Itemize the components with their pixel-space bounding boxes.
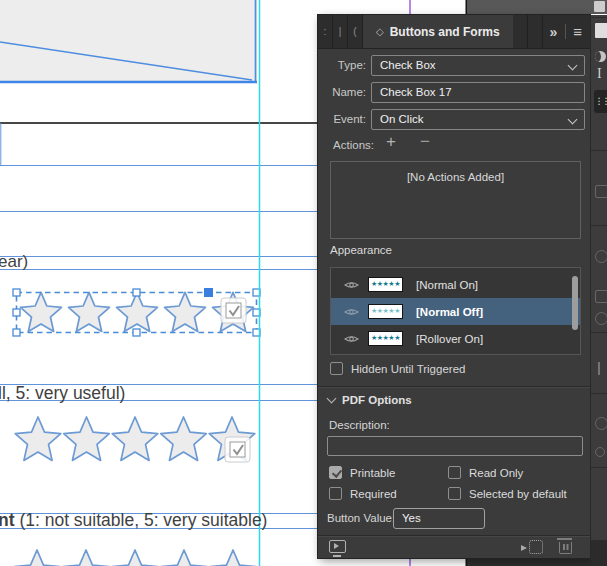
name-input-field[interactable] <box>380 83 576 102</box>
description-input[interactable] <box>327 436 583 456</box>
pdf-options-title: PDF Options <box>342 394 412 406</box>
appearance-row-label: [Rollover On] <box>416 333 483 345</box>
dock-divider <box>591 150 607 151</box>
name-input[interactable] <box>371 82 585 103</box>
panel-cycle-icon[interactable]: ◇ <box>376 26 384 37</box>
pasteboard-strip-top <box>467 0 607 14</box>
collapse-panels-icon[interactable]: » <box>543 15 563 48</box>
panel-bottom-bar <box>318 536 590 558</box>
star-rating-row-1[interactable] <box>20 292 253 331</box>
hidden-tab-fragment[interactable]: ( <box>348 15 363 48</box>
appearance-row-normal-off[interactable]: ★★★★★ [Normal Off] <box>331 298 580 325</box>
panel-menu-icon[interactable]: ≡ <box>568 15 590 48</box>
printable-label: Printable <box>350 467 395 479</box>
check-box-widget-row-2[interactable] <box>225 437 250 462</box>
dock-icon[interactable] <box>595 185 607 198</box>
required-label: Required <box>350 488 397 500</box>
appearance-thumbnail: ★★★★★ <box>368 331 403 346</box>
doc-text-q3-bold: nt <box>0 510 15 530</box>
panel-title: Buttons and Forms <box>390 25 500 39</box>
panel-dock-column: I ⋮⋮ <box>590 15 607 566</box>
pasteboard-strip-bottom <box>467 557 607 566</box>
dock-icon[interactable] <box>595 417 607 430</box>
doc-text-q1: ear) <box>0 252 28 272</box>
pdf-options-header[interactable]: PDF Options <box>328 394 412 406</box>
dock-icon[interactable] <box>595 447 605 457</box>
tabbar-divider <box>565 24 566 39</box>
dock-icon[interactable] <box>595 312 607 325</box>
doc-text-q3-rest: (1: not suitable, 5: very suitable) <box>15 510 268 530</box>
dock-divider <box>591 17 607 18</box>
read-only-label: Read Only <box>469 467 523 479</box>
type-value: Check Box <box>380 59 436 71</box>
hidden-until-triggered-label: Hidden Until Triggered <box>351 363 465 375</box>
button-value-input[interactable] <box>393 508 485 529</box>
appearance-thumbnail: ★★★★★ <box>368 277 403 292</box>
star-rating-row-2[interactable] <box>15 417 255 460</box>
gray-corner-shape <box>0 0 257 82</box>
hidden-tab-fragment[interactable] <box>513 15 528 48</box>
appearance-list: ★★★★★ [Normal On] ★★★★★ [Normal Off] ★★★… <box>330 267 581 355</box>
dock-divider <box>591 225 607 226</box>
appearance-row-rollover-on[interactable]: ★★★★★ [Rollover On] <box>331 325 580 352</box>
event-value: On Click <box>380 113 423 125</box>
appearance-row-label: [Normal Off] <box>416 306 483 318</box>
appearance-scrollbar[interactable] <box>572 276 578 330</box>
description-input-field[interactable] <box>328 437 594 455</box>
no-actions-text: [No Actions Added] <box>331 171 580 183</box>
convert-to-object-icon[interactable] <box>529 540 543 554</box>
doc-text-q3: nt (1: not suitable, 5: very suitable) <box>0 510 267 531</box>
selected-anchor-handle[interactable] <box>204 288 213 297</box>
appearance-thumbnail: ★★★★★ <box>368 304 403 319</box>
remove-action-button[interactable]: − <box>420 132 430 152</box>
doc-text-q2: ll, 5: very useful) <box>0 383 125 404</box>
dock-text-cursor-icon[interactable]: I <box>597 66 602 82</box>
required-checkbox[interactable] <box>329 487 342 500</box>
preview-spread-icon[interactable] <box>329 540 346 553</box>
selected-by-default-checkbox[interactable] <box>448 487 461 500</box>
dock-divider <box>591 332 607 333</box>
dock-footer <box>591 540 607 566</box>
star-rating-row-3[interactable] <box>14 550 256 566</box>
dock-buttons-forms-icon-active[interactable]: ⋮⋮ <box>594 90 607 113</box>
type-label: Type: <box>318 55 366 76</box>
dock-contrast-icon[interactable] <box>595 51 606 62</box>
selected-by-default-label: Selected by default <box>469 488 567 500</box>
actions-label: Actions: <box>318 139 374 151</box>
hidden-tab-fragment[interactable] <box>528 15 543 48</box>
app-screen: ear) ll, 5: very useful) nt (1: not suit… <box>0 0 607 566</box>
button-value-input-field[interactable] <box>394 509 500 528</box>
delete-icon[interactable] <box>559 542 572 554</box>
check-box-widget-row-1[interactable] <box>221 298 246 323</box>
hidden-until-triggered-checkbox[interactable] <box>330 362 343 375</box>
hidden-tab-fragment[interactable]: | <box>333 15 348 48</box>
chevron-down-icon <box>568 61 578 71</box>
eye-icon[interactable] <box>344 280 359 290</box>
hidden-tab-fragment[interactable]: : <box>318 15 333 48</box>
buttons-and-forms-panel: : | ( ◇ Buttons and Forms » ≡ Type: Chec… <box>318 15 590 558</box>
dock-divider <box>591 467 607 468</box>
appearance-row-label: [Normal On] <box>416 279 478 291</box>
dock-icon[interactable] <box>595 250 607 263</box>
event-label: Event: <box>318 109 366 130</box>
name-label: Name: <box>318 82 366 103</box>
eye-icon[interactable] <box>344 334 359 344</box>
add-action-button[interactable]: + <box>386 132 396 152</box>
description-label: Description: <box>329 419 390 431</box>
event-dropdown[interactable]: On Click <box>371 109 585 130</box>
appearance-header: Appearance <box>330 244 392 256</box>
section-divider <box>318 386 590 387</box>
read-only-checkbox[interactable] <box>448 466 461 479</box>
chevron-down-icon <box>327 394 337 404</box>
tab-buttons-and-forms[interactable]: ◇ Buttons and Forms <box>363 15 513 48</box>
eye-icon[interactable] <box>344 307 359 317</box>
actions-list[interactable]: [No Actions Added] <box>330 161 581 239</box>
dock-header-fragment <box>594 1 605 12</box>
dock-icon[interactable] <box>598 362 600 375</box>
chevron-down-icon <box>568 115 578 125</box>
type-dropdown[interactable]: Check Box <box>371 55 585 76</box>
dock-page-icon[interactable] <box>595 23 607 38</box>
printable-checkbox[interactable] <box>329 466 342 479</box>
dock-icon[interactable] <box>595 290 607 303</box>
appearance-row-normal-on[interactable]: ★★★★★ [Normal On] <box>331 271 580 298</box>
